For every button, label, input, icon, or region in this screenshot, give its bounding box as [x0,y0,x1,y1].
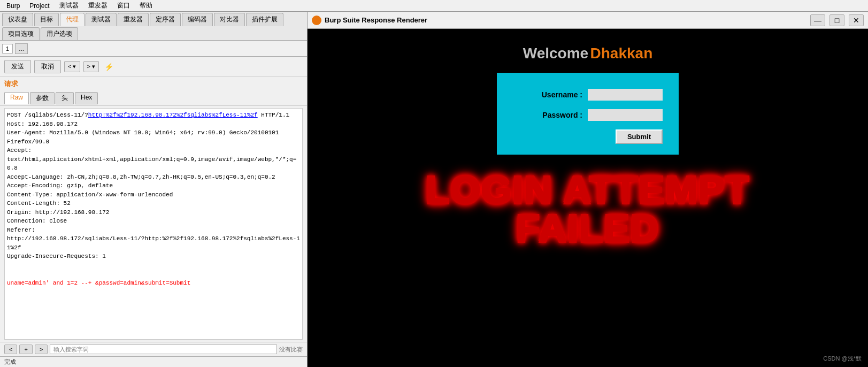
password-row: Password : [513,109,663,121]
search-prev-btn[interactable]: < [4,345,17,354]
tab-extensions[interactable]: 插件扩展 [246,13,283,26]
renderer-title-text: Burp Suite Response Renderer [325,16,427,24]
tab-sequencer[interactable]: 定序器 [150,13,181,26]
renderer-content: Welcome Dhakkan Username : Password : Su… [308,29,868,367]
minimize-button[interactable]: — [810,14,825,26]
menu-burp[interactable]: Burp [2,1,24,11]
tab-project-options[interactable]: 项目选项 [2,27,40,40]
password-label: Password : [534,111,582,119]
main-container: 仪表盘 目标 代理 测试器 重发器 定序器 编码器 对比器 插件扩展 项目选项 … [0,12,868,367]
proxy-tab-dots[interactable]: ... [15,43,28,54]
login-form-box: Username : Password : Submit [497,73,679,155]
renderer-titlebar: Burp Suite Response Renderer — □ ✕ [308,12,868,29]
submit-row: Submit [513,129,663,144]
tab-tester[interactable]: 测试器 [86,13,117,26]
request-link[interactable]: http:%2f%2f192.168.98.172%2fsqliabs%2fLe… [88,112,258,118]
login-attempt-text: LOGIN ATTEMPT [308,171,868,209]
request-content[interactable]: POST /sqliabs/Less-11/?http:%2f%2f192.16… [4,108,303,340]
action-bar: 发送 取消 < ▾ > ▾ ⚡ [0,57,307,77]
status-bar: 完成 [0,356,307,367]
search-next-btn[interactable]: > [35,345,48,354]
send-button[interactable]: 发送 [4,60,31,73]
search-input[interactable] [50,345,277,354]
left-panel: 仪表盘 目标 代理 测试器 重发器 定序器 编码器 对比器 插件扩展 项目选项 … [0,12,308,367]
dhakkan-text: Dhakkan [590,45,653,62]
submit-button[interactable]: Submit [616,129,663,144]
menu-project[interactable]: Project [25,1,53,11]
search-add-btn[interactable]: + [19,345,32,354]
nav-left-btn[interactable]: < ▾ [64,61,80,72]
maximize-button[interactable]: □ [829,14,844,26]
no-match-label: 没有比赛 [279,346,303,354]
proxy-tab-num[interactable]: 1 [2,44,13,53]
redirect-icon: ⚡ [104,63,113,71]
username-label: Username : [534,90,582,99]
req-tab-raw[interactable]: Raw [4,92,29,104]
tab-dashboard[interactable]: 仪表盘 [2,13,33,26]
watermark: CSDN @浅*默 [823,355,862,363]
proxy-subbar: 1 ... [0,41,307,57]
req-tab-headers[interactable]: 头 [56,92,74,104]
welcome-text: Welcome [523,45,588,62]
tab-comparer[interactable]: 对比器 [214,13,245,26]
username-input[interactable] [588,89,663,101]
tab-encoder[interactable]: 编码器 [182,13,213,26]
menu-window[interactable]: 窗口 [113,0,134,11]
tab-target[interactable]: 目标 [34,13,59,26]
search-bar: < + > 没有比赛 [0,342,307,356]
burp-logo-icon [312,16,321,25]
menu-bar: Burp Project 测试器 重发器 窗口 帮助 [0,0,868,12]
request-payload: uname=admin' and 1=2 --+ &passwd=admin&s… [7,280,190,286]
title-buttons: — □ ✕ [810,14,864,26]
password-input[interactable] [588,109,663,121]
req-tab-hex[interactable]: Hex [75,92,98,104]
nav-right-btn[interactable]: > ▾ [83,61,99,72]
menu-tester[interactable]: 测试器 [55,0,83,11]
username-row: Username : [513,89,663,101]
cancel-button[interactable]: 取消 [34,60,61,73]
tab-repeater[interactable]: 重发器 [118,13,149,26]
toolbar-tabs: 仪表盘 目标 代理 测试器 重发器 定序器 编码器 对比器 插件扩展 项目选项 … [0,12,307,41]
tab-user-options[interactable]: 用户选项 [41,27,78,40]
req-tab-params[interactable]: 参数 [30,92,55,104]
request-line1: POST /sqliabs/Less-11/? [7,112,88,118]
menu-help[interactable]: 帮助 [135,0,157,11]
login-failed-section: LOGIN ATTEMPT FAILED [308,171,868,248]
request-section-label: 请求 [0,77,307,91]
request-tabs: Raw 参数 头 Hex [0,91,307,106]
right-panel: Burp Suite Response Renderer — □ ✕ Welco… [308,12,868,367]
menu-repeater[interactable]: 重发器 [84,0,112,11]
tab-proxy[interactable]: 代理 [60,13,85,26]
renderer-title: Burp Suite Response Renderer [312,16,427,25]
request-rest: HTTP/1.1 Host: 192.168.98.172 User-Agent… [7,112,300,259]
welcome-section: Welcome Dhakkan [308,29,868,62]
login-failed-text: FAILED [308,209,868,248]
close-button[interactable]: ✕ [849,14,864,26]
